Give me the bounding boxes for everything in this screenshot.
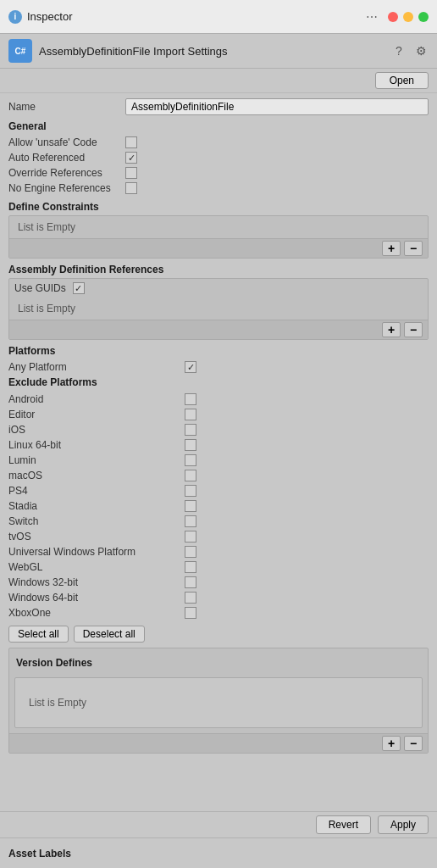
macos-checkbox[interactable] — [185, 470, 196, 481]
platform-switch: Switch — [8, 514, 429, 529]
platform-linux64: Linux 64-bit — [8, 437, 429, 453]
no-engine-label: No Engine References — [8, 182, 119, 194]
editor-checkbox[interactable] — [185, 409, 196, 420]
version-defines-empty: List is Empty — [20, 692, 95, 714]
platform-android: Android — [8, 392, 429, 407]
use-guids-row: Use GUIDs — [9, 279, 428, 298]
assembly-refs-block: Use GUIDs List is Empty + − — [8, 278, 429, 340]
assembly-refs-empty: List is Empty — [9, 298, 428, 320]
win32-checkbox[interactable] — [185, 576, 196, 588]
no-engine-row: No Engine References — [8, 181, 429, 196]
define-constraints-empty: List is Empty — [9, 216, 428, 238]
inspector-body: Name General Allow 'unsafe' Code Auto Re… — [0, 93, 437, 834]
file-icon: C# — [8, 39, 32, 63]
general-header: General — [8, 120, 429, 132]
select-row: Select all Deselect all — [8, 626, 429, 643]
bottom-action-bar: Revert Apply — [0, 811, 437, 837]
ps4-checkbox[interactable] — [185, 485, 196, 497]
asset-labels-bar: Asset Labels — [0, 837, 437, 868]
auto-referenced-row: Auto Referenced — [8, 150, 429, 165]
platform-win32: Windows 32-bit — [8, 575, 429, 590]
platform-lumin: Lumin — [8, 453, 429, 468]
allow-unsafe-row: Allow 'unsafe' Code — [8, 135, 429, 150]
window-title: Inspector — [27, 10, 72, 23]
close-dot[interactable] — [388, 12, 398, 22]
title-bar: i Inspector ⋯ — [0, 0, 437, 34]
allow-unsafe-checkbox[interactable] — [125, 136, 137, 148]
settings-icon[interactable]: ⚙ — [413, 43, 429, 58]
use-guids-label: Use GUIDs — [14, 282, 66, 294]
exclude-header: Exclude Platforms — [8, 375, 429, 390]
assembly-refs-header: Assembly Definition References — [8, 264, 429, 275]
ios-checkbox[interactable] — [185, 424, 196, 436]
platforms-header: Platforms — [8, 345, 429, 357]
select-all-button[interactable]: Select all — [8, 626, 69, 643]
linux64-checkbox[interactable] — [185, 439, 196, 451]
open-row: Open — [0, 69, 437, 93]
name-row: Name — [8, 98, 429, 115]
webgl-checkbox[interactable] — [185, 561, 196, 573]
version-defines-remove[interactable]: − — [404, 736, 423, 751]
file-header: C# AssemblyDefinitionFile Import Setting… — [0, 34, 437, 69]
version-defines-inner: List is Empty — [14, 677, 423, 728]
platform-tvos: tvOS — [8, 529, 429, 544]
win64-checkbox[interactable] — [185, 592, 196, 604]
xboxone-checkbox[interactable] — [185, 607, 196, 619]
use-guids-checkbox[interactable] — [73, 282, 85, 294]
platform-uwp: Universal Windows Platform — [8, 544, 429, 559]
platform-ios: iOS — [8, 422, 429, 437]
auto-referenced-checkbox[interactable] — [125, 152, 137, 164]
tvos-checkbox[interactable] — [185, 531, 196, 542]
platform-macos: macOS — [8, 468, 429, 483]
override-references-row: Override References — [8, 165, 429, 181]
name-input[interactable] — [125, 98, 429, 115]
assembly-refs-actions: + − — [9, 320, 428, 339]
any-platform-checkbox[interactable] — [185, 361, 196, 373]
uwp-checkbox[interactable] — [185, 546, 196, 558]
maximize-dot[interactable] — [418, 12, 429, 22]
define-constraints-actions: + − — [9, 238, 428, 258]
allow-unsafe-label: Allow 'unsafe' Code — [8, 136, 119, 148]
override-references-checkbox[interactable] — [125, 167, 137, 179]
open-button[interactable]: Open — [375, 72, 429, 89]
help-icon[interactable]: ? — [391, 43, 407, 58]
platform-xboxone: XboxOne — [8, 605, 429, 620]
platform-editor: Editor — [8, 407, 429, 422]
stadia-checkbox[interactable] — [185, 500, 196, 512]
platform-list: Android Editor iOS Linux 64-bit Lumin ma… — [8, 392, 429, 620]
menu-dots[interactable]: ⋯ — [366, 10, 378, 24]
version-defines-section: Version Defines List is Empty + − — [8, 648, 429, 754]
asset-labels-label: Asset Labels — [8, 848, 71, 860]
deselect-all-button[interactable]: Deselect all — [74, 626, 145, 643]
define-constraints-remove[interactable]: − — [404, 241, 423, 256]
define-constraints-block: List is Empty + − — [8, 215, 429, 259]
minimize-dot[interactable] — [403, 12, 413, 22]
auto-referenced-label: Auto Referenced — [8, 152, 119, 164]
assembly-refs-add[interactable]: + — [382, 322, 401, 337]
revert-button[interactable]: Revert — [316, 815, 371, 834]
define-constraints-header: Define Constraints — [8, 201, 429, 213]
name-label: Name — [8, 101, 119, 113]
switch-checkbox[interactable] — [185, 515, 196, 527]
platform-webgl: WebGL — [8, 559, 429, 575]
version-defines-header: Version Defines — [9, 654, 428, 672]
any-platform-label: Any Platform — [8, 361, 178, 373]
info-icon: i — [8, 10, 22, 24]
platform-stadia: Stadia — [8, 498, 429, 514]
apply-button[interactable]: Apply — [378, 815, 429, 834]
version-defines-add[interactable]: + — [382, 736, 401, 751]
platform-win64: Windows 64-bit — [8, 590, 429, 605]
file-title: AssemblyDefinitionFile Import Settings — [39, 45, 384, 58]
version-defines-actions: + − — [9, 733, 428, 753]
override-references-label: Override References — [8, 167, 119, 179]
android-checkbox[interactable] — [185, 393, 196, 405]
lumin-checkbox[interactable] — [185, 454, 196, 466]
platform-ps4: PS4 — [8, 483, 429, 498]
define-constraints-add[interactable]: + — [382, 241, 401, 256]
assembly-refs-remove[interactable]: − — [404, 322, 423, 337]
any-platform-row: Any Platform — [8, 359, 429, 375]
no-engine-checkbox[interactable] — [125, 182, 137, 194]
